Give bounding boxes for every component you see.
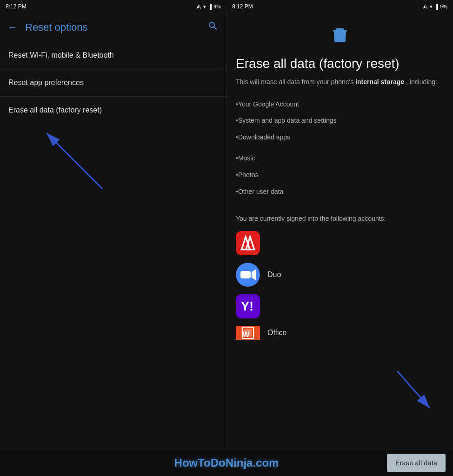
erase-all-data-button[interactable]: Erase all data bbox=[387, 454, 446, 472]
left-status-icons: ⮙ ▾ ▐ 9% bbox=[196, 4, 221, 10]
main-layout: ← Reset options Reset Wi-Fi, mobile & Bl… bbox=[0, 13, 453, 450]
account-item-adobe bbox=[236, 231, 444, 255]
menu-list: Reset Wi-Fi, mobile & Bluetooth Reset ap… bbox=[0, 42, 226, 124]
duo-label: Duo bbox=[267, 271, 281, 279]
battery-left: 9% bbox=[213, 4, 221, 9]
left-status-bar: 8:12 PM ⮙ ▾ ▐ 9% bbox=[0, 0, 226, 13]
duo-icon bbox=[236, 263, 260, 287]
svg-rect-5 bbox=[240, 271, 251, 278]
left-panel: ← Reset options Reset Wi-Fi, mobile & Bl… bbox=[0, 13, 226, 450]
yahoo-icon: Y! bbox=[236, 294, 260, 318]
page-title: Reset options bbox=[25, 21, 200, 33]
accounts-text: You are currently signed into the follow… bbox=[236, 214, 444, 224]
data-item-photos: •Photos bbox=[236, 167, 444, 184]
arrow-annotation-left bbox=[28, 124, 167, 217]
bluetooth-icon-r: ⮙ bbox=[423, 4, 428, 9]
adobe-icon bbox=[236, 231, 260, 255]
account-item-office: W Office bbox=[236, 326, 444, 340]
accounts-section: You are currently signed into the follow… bbox=[236, 214, 444, 347]
account-item-duo: Duo bbox=[236, 263, 444, 287]
menu-item-app-prefs[interactable]: Reset app preferences bbox=[0, 69, 226, 97]
wifi-icon-r: ▾ bbox=[430, 4, 433, 10]
account-item-yahoo: Y! bbox=[236, 294, 444, 318]
desc-bold: internal storage bbox=[355, 78, 404, 86]
back-button[interactable]: ← bbox=[7, 21, 18, 33]
signal-icon-r: ▐ bbox=[434, 4, 438, 9]
menu-item-wifi[interactable]: Reset Wi-Fi, mobile & Bluetooth bbox=[0, 42, 226, 69]
data-list: •Your Google Account •System and app dat… bbox=[236, 96, 444, 200]
erase-title: Erase all data (factory reset) bbox=[236, 56, 444, 72]
right-status-icons: ⮙ ▾ ▐ 9% bbox=[423, 4, 447, 10]
bottom-bar: HowToDoNinja.com Erase all data bbox=[0, 450, 453, 476]
watermark-text: HowToDoNinja.com bbox=[174, 456, 279, 469]
menu-item-factory-reset[interactable]: Erase all data (factory reset) bbox=[0, 97, 226, 124]
trash-icon-container bbox=[236, 26, 444, 48]
office-label: Office bbox=[267, 329, 287, 337]
trash-icon bbox=[331, 26, 349, 48]
data-item-google: •Your Google Account bbox=[236, 96, 444, 113]
signal-icon: ▐ bbox=[208, 4, 212, 9]
right-status-bar: 8:12 PM ⮙ ▾ ▐ 9% bbox=[226, 0, 453, 13]
data-item-music: •Music bbox=[236, 150, 444, 167]
svg-line-1 bbox=[47, 133, 102, 189]
office-icon: W bbox=[236, 326, 260, 340]
svg-text:Y!: Y! bbox=[241, 299, 253, 314]
svg-line-12 bbox=[397, 371, 430, 408]
battery-right: 9% bbox=[440, 4, 447, 9]
svg-marker-3 bbox=[246, 237, 254, 250]
svg-text:W: W bbox=[242, 331, 249, 339]
data-item-apps: •Downloaded apps bbox=[236, 129, 444, 146]
desc-text-start: This will erase all data from your phone… bbox=[236, 78, 355, 86]
search-button[interactable] bbox=[207, 20, 219, 34]
right-time: 8:12 PM bbox=[232, 3, 253, 10]
right-panel: Erase all data (factory reset) This will… bbox=[226, 13, 453, 450]
wifi-icon: ▾ bbox=[203, 4, 206, 10]
left-time: 8:12 PM bbox=[6, 3, 27, 10]
arrow-annotation-right bbox=[369, 366, 444, 422]
left-annotation bbox=[0, 124, 226, 450]
bluetooth-icon: ⮙ bbox=[196, 4, 201, 9]
erase-description: This will erase all data from your phone… bbox=[236, 77, 444, 87]
desc-text-end: , including: bbox=[406, 78, 437, 86]
data-item-userdata: •Other user data bbox=[236, 184, 444, 200]
data-item-system: •System and app data and settings bbox=[236, 112, 444, 129]
status-bars: 8:12 PM ⮙ ▾ ▐ 9% 8:12 PM ⮙ ▾ ▐ 9% bbox=[0, 0, 453, 13]
left-header: ← Reset options bbox=[0, 13, 226, 42]
